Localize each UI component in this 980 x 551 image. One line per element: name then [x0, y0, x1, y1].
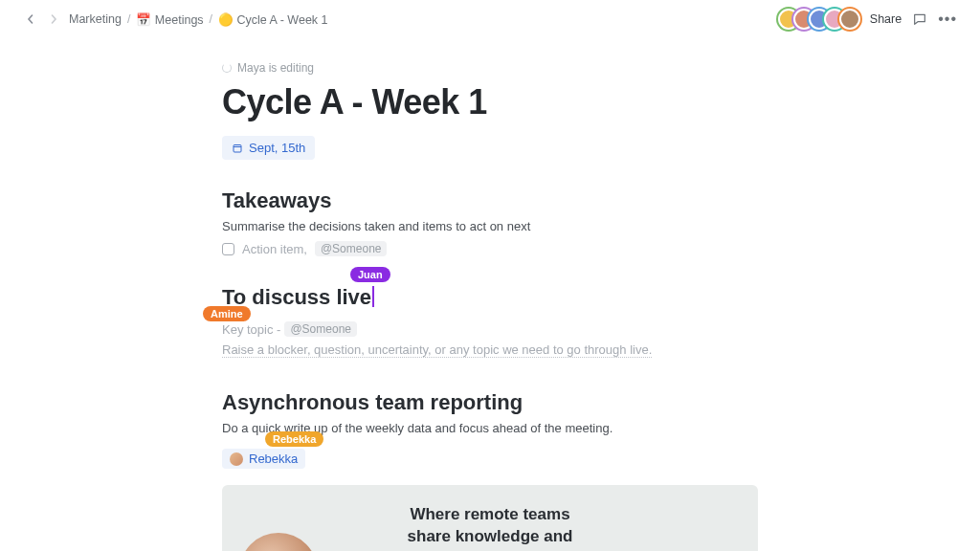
embed-line: Where remote teams [408, 504, 573, 526]
topbar-left: Marketing / 📅 Meetings / 🟡 Cycle A - Wee… [23, 11, 328, 27]
text-cursor-icon [372, 286, 374, 307]
share-button[interactable]: Share [870, 12, 902, 26]
comments-button[interactable] [911, 11, 928, 28]
chevron-left-icon [26, 14, 35, 24]
editing-status-text: Maya is editing [237, 61, 314, 75]
crumb-root[interactable]: Marketing [69, 12, 122, 26]
crumb-sep: / [127, 12, 130, 26]
calendar-emoji-icon: 📅 [136, 13, 151, 27]
crumb-meetings-label: Meetings [155, 13, 204, 27]
action-item-text: Action item, [242, 242, 307, 256]
presence-cursor-amine: Amine [203, 306, 251, 321]
breadcrumb: Marketing / 📅 Meetings / 🟡 Cycle A - Wee… [69, 12, 328, 27]
presence-cursor-rebekka: Rebekka [265, 431, 323, 447]
spinner-icon [222, 63, 232, 73]
crumb-current-label: Cycle A - Week 1 [237, 13, 328, 27]
speech-bubble-icon [912, 11, 927, 27]
action-item-row[interactable]: Action item, @Someone [222, 241, 758, 256]
discuss-hint[interactable]: Raise a blocker, question, uncertainty, … [222, 342, 652, 358]
date-chip-label: Sept, 15th [249, 141, 305, 155]
page-title[interactable]: Cycle A - Week 1 [222, 82, 758, 122]
mention-chip[interactable]: @Someone [315, 241, 388, 256]
more-menu-button[interactable]: ••• [938, 11, 957, 28]
chevron-right-icon [49, 14, 58, 24]
svg-rect-0 [234, 144, 241, 152]
section-async: Asynchronous team reporting Do a quick w… [222, 390, 758, 551]
key-topic-row[interactable]: Key topic - @Someone [222, 321, 758, 337]
section-discuss: Juan Amine To discuss live Key topic - @… [222, 285, 758, 358]
crumb-sep: / [210, 12, 212, 26]
presence-avatars[interactable] [778, 9, 860, 30]
embedded-media[interactable]: Where remote teams share knowledge and m… [222, 485, 758, 552]
mention-chip[interactable]: @Someone [284, 321, 357, 337]
embedded-face-image [239, 533, 318, 552]
checkbox-icon[interactable] [222, 243, 234, 255]
user-mention-label: Rebekka [249, 452, 298, 466]
topbar-right: Share ••• [778, 9, 957, 30]
page-emoji-icon: 🟡 [218, 13, 234, 27]
crumb-current[interactable]: 🟡 Cycle A - Week 1 [218, 12, 327, 27]
calendar-icon [232, 143, 243, 154]
user-mention-chip[interactable]: Rebekka [222, 449, 305, 469]
editing-status: Maya is editing [222, 61, 314, 75]
presence-cursor-juan: Juan [350, 267, 390, 282]
document: Maya is editing Cycle A - Week 1 Sept, 1… [222, 59, 758, 551]
section-takeaways-heading[interactable]: Takeaways [222, 188, 758, 213]
top-bar: Marketing / 📅 Meetings / 🟡 Cycle A - Wee… [0, 0, 980, 38]
section-async-heading[interactable]: Asynchronous team reporting [222, 390, 758, 415]
back-button[interactable] [23, 11, 38, 27]
section-takeaways-sub[interactable]: Summarise the decisions taken and items … [222, 219, 758, 233]
embed-line: share knowledge and [408, 526, 573, 548]
embedded-tagline: Where remote teams share knowledge and m… [408, 504, 573, 551]
crumb-meetings[interactable]: 📅 Meetings [136, 12, 203, 27]
avatar-icon [230, 452, 243, 466]
avatar[interactable] [839, 9, 860, 30]
key-topic-label: Key topic - [222, 322, 280, 337]
date-chip[interactable]: Sept, 15th [222, 136, 315, 160]
forward-button[interactable] [46, 11, 61, 27]
